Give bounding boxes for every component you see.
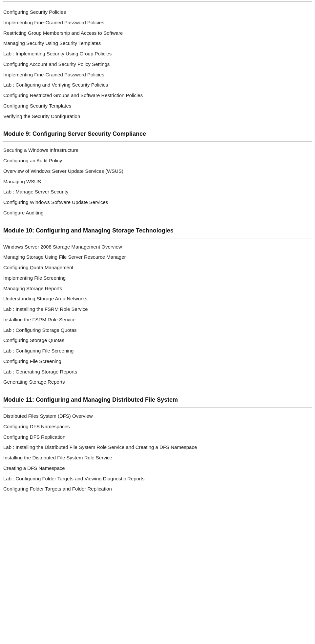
list-item: Implementing File Screening (3, 273, 312, 283)
list-item: Configuring Security Policies (3, 7, 312, 17)
list-item: Configuring Storage Quotas (3, 335, 312, 346)
top-divider (3, 1, 312, 2)
list-item: Configuring Windows Software Update Serv… (3, 197, 312, 208)
list-item: Managing Security Using Security Templat… (3, 38, 312, 49)
list-item: Restricting Group Membership and Access … (3, 28, 312, 38)
list-item: Lab : Configuring Folder Targets and Vie… (3, 473, 312, 484)
list-item: Generating Storage Reports (3, 377, 312, 387)
module-heading-module11: Module 11: Configuring and Managing Dist… (3, 393, 312, 406)
list-item: Verifying the Security Configuration (3, 111, 312, 122)
list-item: Securing a Windows Infrastructure (3, 145, 312, 155)
list-item: Lab : Manage Server Security (3, 187, 312, 197)
list-item: Configuring Account and Security Policy … (3, 59, 312, 70)
main-content (0, 0, 315, 6)
list-item: Configuring DFS Namespaces (3, 421, 312, 432)
list-item: Overview of Windows Server Update Servic… (3, 166, 312, 176)
list-item: Lab : Installing the FSRM Role Service (3, 304, 312, 314)
list-item: Managing WSUS (3, 176, 312, 187)
list-item: Installing the Distributed File System R… (3, 453, 312, 463)
list-item: Windows Server 2008 Storage Management O… (3, 242, 312, 252)
module-heading-module10: Module 10: Configuring and Managing Stor… (3, 224, 312, 237)
list-item: Understanding Storage Area Networks (3, 293, 312, 304)
list-item: Installing the FSRM Role Service (3, 314, 312, 325)
divider-module9 (3, 141, 312, 142)
list-item: Configuring Security Templates (3, 101, 312, 111)
list-item: Implementing Fine-Grained Password Polic… (3, 70, 312, 80)
list-item: Configuring Restricted Groups and Softwa… (3, 90, 312, 101)
list-item: Configure Auditing (3, 208, 312, 218)
module-heading-module9: Module 9: Configuring Server Security Co… (3, 127, 312, 140)
list-item: Configuring an Audit Policy (3, 155, 312, 166)
list-item: Lab : Configuring and Verifying Security… (3, 80, 312, 90)
list-item: Lab : Installing the Distributed File Sy… (3, 442, 312, 453)
list-item: Configuring File Screening (3, 356, 312, 367)
list-item: Distributed Files System (DFS) Overview (3, 411, 312, 421)
list-item: Implementing Fine-Grained Password Polic… (3, 17, 312, 28)
list-item: Lab : Configuring Storage Quotas (3, 325, 312, 335)
course-outline: Configuring Security PoliciesImplementin… (0, 6, 315, 497)
list-item: Lab : Implementing Security Using Group … (3, 49, 312, 59)
divider-module11 (3, 407, 312, 408)
list-item: Managing Storage Reports (3, 283, 312, 294)
list-item: Configuring Quota Management (3, 262, 312, 273)
list-item: Configuring Folder Targets and Folder Re… (3, 484, 312, 494)
list-item: Managing Storage Using File Server Resou… (3, 252, 312, 262)
list-item: Creating a DFS Namespace (3, 463, 312, 473)
list-item: Lab : Configuring File Screening (3, 346, 312, 356)
divider-module10 (3, 238, 312, 238)
list-item: Configuring DFS Replication (3, 432, 312, 442)
list-item: Lab : Generating Storage Reports (3, 367, 312, 377)
